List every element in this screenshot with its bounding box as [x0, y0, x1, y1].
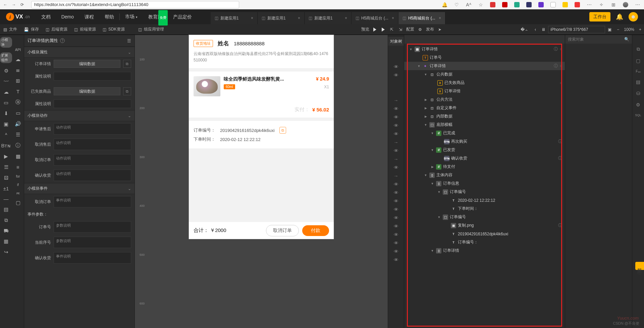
ext7-icon[interactable]	[562, 2, 568, 8]
close-icon[interactable]: ×	[251, 16, 253, 20]
bars-icon[interactable]: ≡	[16, 164, 19, 170]
tree-node[interactable]: ▼▤订单详情ⓘ○	[404, 45, 565, 53]
list-icon[interactable]: ☰	[4, 164, 8, 170]
live-icon[interactable]: ⧉	[4, 217, 8, 223]
menu-pricing[interactable]: 产品定价	[168, 9, 197, 24]
profile-icon[interactable]	[623, 2, 629, 8]
arrow-right-icon[interactable]: →	[388, 155, 404, 163]
wechat-icon[interactable]: ☁	[4, 89, 9, 95]
tree-node[interactable]: T2020-02-12 12:22:12	[404, 196, 565, 204]
font-icon[interactable]: Aᴬ	[466, 2, 472, 8]
param-desc-input[interactable]: 参数说明	[54, 237, 131, 248]
tree-node[interactable]: ▶◫内部数据	[404, 112, 565, 121]
event-desc-input[interactable]: 事件说明	[54, 196, 131, 207]
action-desc-input[interactable]: 动作说明	[54, 170, 131, 181]
arrow-right-icon[interactable]: →	[388, 138, 404, 146]
minus-icon[interactable]: —	[4, 196, 9, 202]
star-icon[interactable]: ☆	[478, 2, 484, 8]
zoom-out-icon[interactable]: −	[614, 24, 622, 35]
eye-icon[interactable]: 👁	[388, 113, 404, 121]
eye-icon[interactable]: 👁	[388, 230, 404, 239]
tab-app-3[interactable]: ◫H5商城后台 (...×	[352, 12, 398, 24]
rows-icon[interactable]: ☰	[16, 132, 20, 138]
canvas[interactable]: 100200300400500600 收货地址 姓名 18888888888 云…	[135, 35, 388, 328]
step-in-icon[interactable]: ⇲	[396, 24, 405, 35]
copy-icon[interactable]: ⧉	[279, 127, 286, 134]
tab-app-1[interactable]: ◫新建应用1×	[258, 12, 305, 24]
btn-comp-icon[interactable]: Bᴛɴ	[1, 143, 11, 149]
tree-node[interactable]: ▼⬚订单编号	[404, 213, 565, 221]
tree-node[interactable]: T订单号	[404, 53, 565, 62]
tool-file[interactable]: ▤ 文件	[0, 27, 20, 32]
play2-button[interactable]	[379, 24, 387, 35]
tree-node[interactable]: ▼if已发货	[404, 146, 565, 154]
tree-node[interactable]: ▼◫公共数据	[404, 70, 565, 79]
send-icon[interactable]: ➤	[435, 24, 444, 35]
url-input[interactable]: https://editor.ivx.cn/?tutorial=1&extend…	[31, 1, 239, 8]
tree-node[interactable]: ▼▯订单详情	[404, 246, 565, 255]
eye-icon[interactable]: 👁	[388, 188, 404, 197]
ext4-icon[interactable]	[526, 2, 532, 8]
menu-course[interactable]: 课程	[79, 9, 99, 24]
image-icon[interactable]: ▣	[4, 121, 8, 127]
section-attrs[interactable]: 小模块属性⌄	[24, 47, 135, 58]
attr-desc-input[interactable]	[54, 99, 131, 108]
tab-app-0[interactable]: ◫新建应用1×	[211, 12, 258, 24]
ext2-icon[interactable]	[502, 2, 508, 8]
tree-node[interactable]: ▶◫公共方法	[404, 95, 565, 104]
eye-icon[interactable]: 👁	[388, 239, 404, 247]
arrow-icon[interactable]: ↪	[4, 249, 8, 255]
tree-node[interactable]: ▼if已完成	[404, 129, 565, 137]
back-icon[interactable]: ←	[3, 2, 7, 7]
eye-icon[interactable]: 👁	[388, 205, 404, 214]
notify-icon[interactable]: 🔔	[441, 2, 447, 8]
addons-icon[interactable]: ⊞	[610, 2, 616, 8]
help-icon[interactable]: ?	[60, 38, 65, 43]
eye-icon[interactable]: 👁	[388, 71, 404, 79]
counter-icon[interactable]: ±1	[3, 186, 9, 191]
action-desc-input[interactable]: 动作说明	[54, 139, 131, 150]
sound-icon[interactable]: 🔊	[15, 121, 21, 127]
copy-icon[interactable]: ⧉	[123, 87, 131, 95]
gear2-icon[interactable]: ⚙	[636, 102, 640, 107]
tab-app-4[interactable]: ◫H5商城前台 (...×	[398, 12, 445, 24]
menu-help[interactable]: 帮助	[99, 9, 119, 24]
bell-icon[interactable]: 🔔	[616, 13, 623, 20]
api2-icon[interactable]: ⓐ	[15, 99, 20, 105]
zoom-in-icon[interactable]: +	[636, 24, 644, 35]
info-icon[interactable]: ⓘ	[558, 156, 562, 160]
ext9-icon[interactable]: ⋯	[586, 2, 592, 8]
grid-icon[interactable]: ▦	[4, 238, 8, 244]
table-icon[interactable]: ⊞	[16, 78, 20, 84]
info-icon[interactable]: ⓘ	[554, 47, 558, 51]
play-button[interactable]	[371, 24, 379, 35]
menu-demo[interactable]: Demo	[56, 9, 79, 24]
close-icon[interactable]: ×	[392, 16, 394, 20]
section-events[interactable]: 小模块事件⌄	[24, 183, 135, 194]
tree-node[interactable]: ▣复制.pngⓘ	[404, 221, 565, 230]
menu-icon[interactable]: ☰	[127, 38, 131, 43]
sliders-icon[interactable]: ⚙	[416, 24, 425, 35]
pay-button[interactable]: 付款	[302, 225, 329, 236]
close-icon[interactable]: ×	[298, 16, 300, 20]
menu-edu[interactable]: 教育版免费	[143, 9, 168, 24]
action-desc-input[interactable]: 动作说明	[54, 123, 131, 135]
ext5-icon[interactable]	[538, 2, 544, 8]
download-icon[interactable]: ⬇	[4, 110, 8, 116]
info-icon[interactable]: ⓘ	[558, 223, 562, 228]
ext8-icon[interactable]	[574, 2, 580, 8]
eye-icon[interactable]: 👁	[388, 197, 404, 205]
tree-node[interactable]: ▼⬚订单编号	[404, 188, 565, 196]
video-icon[interactable]: ▶	[4, 153, 8, 159]
page2-icon[interactable]: ▤	[636, 79, 640, 85]
phone-icon[interactable]: ▭	[4, 100, 8, 106]
action-desc-input[interactable]: 动作说明	[54, 154, 131, 166]
eye-icon[interactable]: 👁	[388, 163, 404, 172]
copy-icon[interactable]: ⧉	[123, 60, 131, 68]
tool-sdk[interactable]: ◫ SDK资源	[99, 27, 128, 32]
qr-icon[interactable]: ▩	[16, 153, 20, 159]
favorites-icon[interactable]: ✧	[598, 2, 604, 8]
if-icon[interactable]: if	[17, 183, 19, 187]
eye-icon[interactable]: 👁	[388, 104, 404, 113]
close-icon[interactable]: ×	[439, 16, 441, 20]
